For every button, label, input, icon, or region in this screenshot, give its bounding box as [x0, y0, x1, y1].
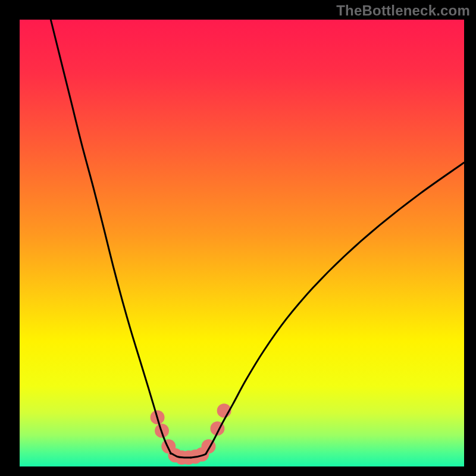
gradient-background: [20, 20, 464, 466]
chart-svg: [0, 0, 476, 476]
chart-stage: TheBottleneck.com: [0, 0, 476, 476]
watermark-text: TheBottleneck.com: [336, 2, 470, 19]
